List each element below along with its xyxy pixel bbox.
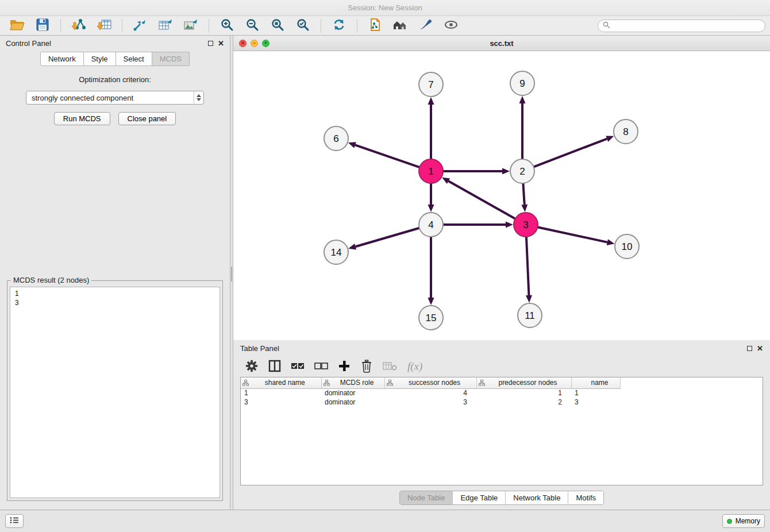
- home-view-button[interactable]: [391, 18, 410, 34]
- tab-edge-table[interactable]: Edge Table: [453, 491, 506, 504]
- criterion-dropdown[interactable]: strongly connected component: [26, 91, 204, 105]
- search-input[interactable]: [613, 21, 760, 30]
- table-cell[interactable]: 1: [571, 388, 620, 398]
- delete-column-button[interactable]: [360, 359, 373, 375]
- attribute-tree-icon: [324, 380, 330, 388]
- table-cell[interactable]: 4: [384, 388, 476, 398]
- refresh-view-button[interactable]: [329, 18, 349, 34]
- edge-arrowhead-icon: [506, 222, 513, 228]
- node-label-2: 2: [519, 166, 525, 177]
- tab-select[interactable]: Select: [116, 52, 152, 66]
- control-panel-tabs: Network Style Select MCDS: [0, 52, 230, 66]
- save-session-button[interactable]: [33, 18, 52, 34]
- mcds-result-textarea[interactable]: 1 3: [10, 287, 220, 498]
- zoom-selected-button[interactable]: [293, 18, 313, 34]
- table-cell[interactable]: dominator: [321, 388, 384, 398]
- select-all-columns-button[interactable]: [291, 362, 305, 372]
- table-cell[interactable]: 1: [476, 388, 571, 398]
- show-graphics-details-button[interactable]: [441, 18, 461, 34]
- edge-2-3[interactable]: [523, 182, 525, 205]
- zoom-in-button[interactable]: [217, 18, 237, 34]
- dropdown-stepper-icon[interactable]: [194, 91, 203, 104]
- column-header-mcds-role[interactable]: MCDS role: [321, 377, 384, 388]
- table-cell[interactable]: 1: [241, 388, 321, 398]
- table-row[interactable]: 1dominator411: [241, 388, 620, 398]
- tab-node-table[interactable]: Node Table: [400, 491, 453, 504]
- apply-style-button[interactable]: [416, 18, 436, 34]
- mcds-panel: Optimization criterion: strongly connect…: [0, 66, 230, 510]
- new-network-button[interactable]: [130, 18, 150, 34]
- memory-button[interactable]: Memory: [722, 514, 765, 528]
- show-columns-button[interactable]: [268, 360, 281, 374]
- edge-arrowhead-icon: [521, 205, 528, 212]
- table-row[interactable]: 3dominator323: [241, 398, 620, 407]
- zoom-window-icon[interactable]: +: [262, 40, 270, 47]
- table-settings-button[interactable]: [245, 359, 259, 375]
- clone-network-button[interactable]: [365, 18, 385, 34]
- tab-network[interactable]: Network: [40, 52, 84, 66]
- window-titlebar[interactable]: Session: New Session: [0, 0, 770, 16]
- new-table-button[interactable]: [156, 18, 175, 34]
- column-header-name[interactable]: name: [571, 377, 620, 388]
- eye-icon: [444, 18, 459, 33]
- table-cell[interactable]: dominator: [321, 398, 384, 407]
- table-cell[interactable]: 2: [476, 398, 571, 407]
- minimize-window-icon[interactable]: −: [251, 40, 258, 47]
- task-history-button[interactable]: [5, 514, 24, 528]
- toolbar-separator: [209, 19, 209, 33]
- node-label-6: 6: [333, 133, 338, 144]
- table-cell[interactable]: 3: [384, 398, 476, 407]
- zoom-out-button[interactable]: [242, 18, 262, 34]
- tab-mcds[interactable]: MCDS: [152, 52, 190, 66]
- column-header-predecessor-nodes[interactable]: predecessor nodes: [476, 377, 571, 388]
- splitter-grip[interactable]: [231, 267, 232, 282]
- run-mcds-button[interactable]: Run MCDS: [54, 112, 110, 125]
- edge-arrowhead-icon: [428, 298, 434, 305]
- edge-3-10[interactable]: [536, 227, 607, 242]
- close-panel-icon[interactable]: ✕: [218, 40, 224, 47]
- import-network-button[interactable]: [69, 18, 88, 34]
- network-canvas[interactable]: 7968124310141511: [233, 51, 770, 340]
- table-cell[interactable]: 3: [571, 398, 620, 407]
- tab-motifs[interactable]: Motifs: [568, 491, 603, 504]
- zoom-fit-button[interactable]: [268, 18, 287, 34]
- close-window-icon[interactable]: ✕: [239, 40, 247, 47]
- float-panel-icon[interactable]: [208, 41, 213, 46]
- tab-network-table[interactable]: Network Table: [506, 491, 568, 504]
- edge-arrowhead-icon: [606, 136, 614, 141]
- task-list-icon: [10, 516, 19, 526]
- function-builder-button[interactable]: f(x): [407, 360, 422, 373]
- checkboxes-checked-icon: [291, 362, 305, 372]
- table-cell[interactable]: 3: [241, 398, 321, 407]
- close-panel-icon[interactable]: ✕: [757, 345, 763, 352]
- search-box[interactable]: [598, 20, 765, 32]
- unselect-all-columns-button[interactable]: [314, 362, 328, 372]
- edge-arrowhead-icon: [348, 142, 356, 148]
- edge-3-1[interactable]: [448, 181, 517, 219]
- home-icon: [392, 18, 409, 33]
- zoom-selected-icon: [296, 18, 310, 33]
- network-window-titlebar[interactable]: ✕ − + scc.txt: [233, 36, 770, 51]
- open-session-button[interactable]: [7, 18, 27, 34]
- column-header-successor-nodes[interactable]: successor nodes: [384, 377, 476, 388]
- control-panel: Control Panel ✕ Network Style Select MCD…: [0, 36, 230, 510]
- create-column-button[interactable]: [338, 360, 351, 374]
- export-image-button[interactable]: [181, 18, 201, 34]
- node-label-10: 10: [622, 241, 633, 252]
- edge-2-8[interactable]: [532, 139, 607, 168]
- window-title: Session: New Session: [348, 3, 422, 12]
- edge-4-14[interactable]: [356, 228, 421, 246]
- attribute-tree-icon: [242, 380, 249, 388]
- mcds-result-line: 1: [15, 289, 215, 298]
- edge-1-6[interactable]: [355, 145, 421, 168]
- column-header-shared-name[interactable]: shared name: [241, 377, 321, 388]
- close-panel-button[interactable]: Close panel: [118, 112, 176, 125]
- edge-3-11[interactable]: [526, 235, 529, 295]
- column-label: name: [591, 379, 608, 387]
- save-icon: [36, 18, 49, 33]
- network-graph: 7968124310141511: [233, 51, 769, 340]
- tab-style[interactable]: Style: [84, 52, 116, 66]
- delete-table-button[interactable]: [383, 361, 398, 373]
- import-table-button[interactable]: [94, 18, 114, 34]
- float-panel-icon[interactable]: [747, 346, 752, 351]
